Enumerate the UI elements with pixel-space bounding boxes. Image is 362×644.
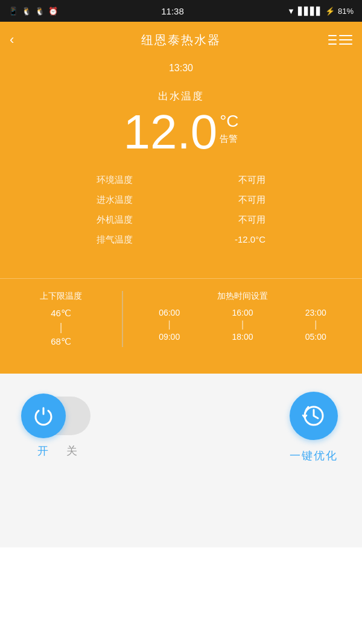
power-toggle[interactable] [24, 397, 91, 435]
power-off-label: 关 [66, 444, 77, 458]
schedule-slot-2: 23:00 | 05:00 [305, 308, 326, 342]
limit-low: 68℃ [51, 336, 71, 347]
battery-label: 81% [338, 7, 354, 16]
optimize-button[interactable] [290, 392, 338, 440]
status-icons: 📱 🐧 🐧 ⏰ [8, 7, 58, 16]
stats-val-0: 不可用 [238, 174, 265, 186]
temperature-section: 出水温度 12.0 °C 告警 [0, 83, 362, 174]
stats-key-1: 进水温度 [97, 194, 133, 206]
power-icon [32, 404, 55, 427]
charging-icon: ⚡ [325, 7, 335, 16]
schedule-slots: 06:00 | 09:00 16:00 | 18:00 23:00 | 05:0… [133, 308, 352, 342]
slot-0-divider: | [168, 319, 171, 330]
slot-2-end: 05:00 [305, 332, 326, 342]
slot-2-divider: | [314, 319, 317, 330]
temp-label: 出水温度 [0, 89, 362, 103]
stats-val-3: -12.0°C [235, 234, 265, 246]
limit-temp-values: 46℃ | 68℃ [6, 308, 116, 347]
main-panel: 13:30 出水温度 12.0 °C 告警 环境温度 不可用 进水温度 不可用 … [0, 58, 362, 374]
stats-key-2: 外机温度 [97, 214, 133, 226]
notification-icon-3: 🐧 [35, 7, 45, 16]
signal-icon: ▋▋▋▋ [298, 7, 322, 16]
slot-0-end: 09:00 [159, 332, 180, 342]
wifi-icon: ▼ [287, 7, 295, 16]
stats-val-1: 不可用 [238, 194, 265, 206]
current-time: 13:30 [0, 58, 362, 83]
status-time: 11:38 [161, 6, 184, 16]
slot-1-end: 18:00 [232, 332, 253, 342]
alarm-icon: ⏰ [48, 7, 58, 16]
heat-schedule-section: 加热时间设置 06:00 | 09:00 16:00 | 18:00 23:00… [123, 291, 362, 347]
app-header: ‹ 纽恩泰热水器 [0, 22, 362, 58]
temp-unit: °C [220, 112, 238, 131]
power-section: 开 关 [24, 397, 91, 458]
stats-row-1: 进水温度 不可用 [97, 194, 265, 206]
heat-schedule-label: 加热时间设置 [133, 291, 352, 302]
stats-row-3: 排气温度 -12.0°C [97, 234, 265, 246]
bottom-controls: 开 关 一键优化 [0, 374, 362, 487]
power-circle[interactable] [21, 394, 66, 438]
temp-value: 12.0 [123, 108, 217, 156]
limit-temp-label: 上下限温度 [6, 291, 116, 302]
temp-value-row: 12.0 °C 告警 [0, 108, 362, 156]
slot-1-divider: | [241, 319, 244, 330]
limit-high: 46℃ [51, 308, 71, 319]
back-button[interactable]: ‹ [10, 32, 14, 48]
status-bar: 📱 🐧 🐧 ⏰ 11:38 ▼ ▋▋▋▋ ⚡ 81% [0, 0, 362, 22]
stats-row-0: 环境温度 不可用 [97, 174, 265, 186]
bottom-orange-panel: 上下限温度 46℃ | 68℃ 加热时间设置 06:00 | 09:00 16:… [0, 278, 362, 362]
slot-1-start: 16:00 [232, 308, 253, 317]
on-off-labels: 开 关 [37, 444, 77, 458]
temp-unit-alarm: °C 告警 [220, 108, 238, 145]
power-on-label: 开 [37, 444, 48, 458]
stats-key-3: 排气温度 [97, 234, 133, 246]
slot-2-start: 23:00 [305, 308, 326, 317]
settings-button[interactable] [328, 35, 352, 45]
bottom-spacer [0, 487, 362, 547]
notification-icon-2: 🐧 [22, 7, 31, 16]
status-system-icons: ▼ ▋▋▋▋ ⚡ 81% [287, 7, 354, 16]
limit-divider: | [60, 321, 63, 334]
optimize-label: 一键优化 [290, 448, 338, 463]
notification-icon-1: 📱 [8, 7, 18, 16]
stats-row-2: 外机温度 不可用 [97, 214, 265, 226]
stats-key-0: 环境温度 [97, 174, 133, 186]
limit-temp-section: 上下限温度 46℃ | 68℃ [0, 291, 123, 347]
page-title: 纽恩泰热水器 [141, 32, 221, 48]
optimize-icon [300, 402, 328, 430]
temp-alarm: 告警 [220, 133, 238, 145]
optimize-section: 一键优化 [290, 392, 338, 463]
stats-table: 环境温度 不可用 进水温度 不可用 外机温度 不可用 排气温度 -12.0°C [97, 174, 265, 278]
schedule-slot-0: 06:00 | 09:00 [159, 308, 180, 342]
slot-0-start: 06:00 [159, 308, 180, 317]
stats-val-2: 不可用 [238, 214, 265, 226]
schedule-slot-1: 16:00 | 18:00 [232, 308, 253, 342]
